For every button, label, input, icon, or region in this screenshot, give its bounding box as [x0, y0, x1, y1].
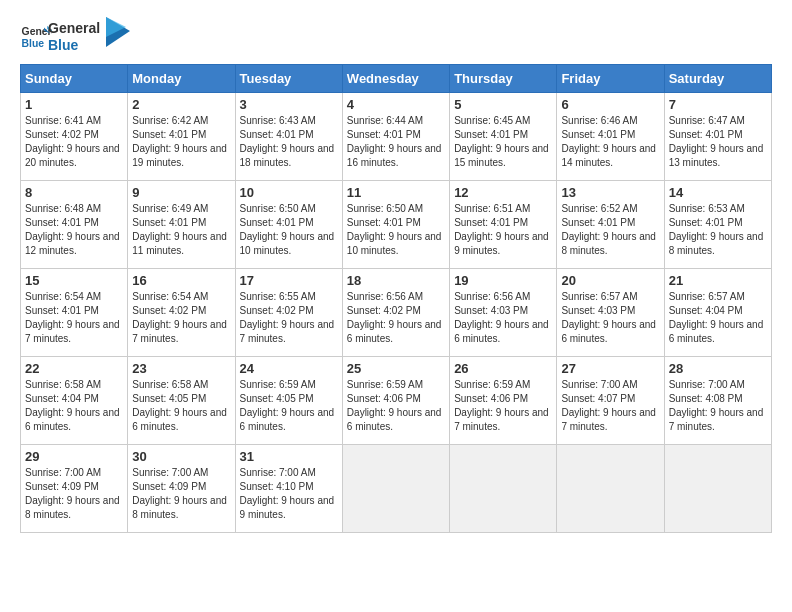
- calendar-cell: 29Sunrise: 7:00 AMSunset: 4:09 PMDayligh…: [21, 444, 128, 532]
- day-number: 23: [132, 361, 230, 376]
- day-info: Sunrise: 7:00 AMSunset: 4:09 PMDaylight:…: [25, 466, 123, 522]
- calendar-cell: 10Sunrise: 6:50 AMSunset: 4:01 PMDayligh…: [235, 180, 342, 268]
- weekday-header: Wednesday: [342, 64, 449, 92]
- day-number: 17: [240, 273, 338, 288]
- calendar-cell: [342, 444, 449, 532]
- day-number: 22: [25, 361, 123, 376]
- day-info: Sunrise: 6:53 AMSunset: 4:01 PMDaylight:…: [669, 202, 767, 258]
- day-info: Sunrise: 6:47 AMSunset: 4:01 PMDaylight:…: [669, 114, 767, 170]
- day-info: Sunrise: 6:43 AMSunset: 4:01 PMDaylight:…: [240, 114, 338, 170]
- calendar-cell: 11Sunrise: 6:50 AMSunset: 4:01 PMDayligh…: [342, 180, 449, 268]
- calendar-cell: 27Sunrise: 7:00 AMSunset: 4:07 PMDayligh…: [557, 356, 664, 444]
- day-info: Sunrise: 6:45 AMSunset: 4:01 PMDaylight:…: [454, 114, 552, 170]
- calendar-cell: 18Sunrise: 6:56 AMSunset: 4:02 PMDayligh…: [342, 268, 449, 356]
- day-info: Sunrise: 7:00 AMSunset: 4:09 PMDaylight:…: [132, 466, 230, 522]
- day-number: 14: [669, 185, 767, 200]
- calendar-cell: 17Sunrise: 6:55 AMSunset: 4:02 PMDayligh…: [235, 268, 342, 356]
- weekday-header: Sunday: [21, 64, 128, 92]
- day-info: Sunrise: 6:52 AMSunset: 4:01 PMDaylight:…: [561, 202, 659, 258]
- calendar-cell: 19Sunrise: 6:56 AMSunset: 4:03 PMDayligh…: [450, 268, 557, 356]
- calendar-cell: 8Sunrise: 6:48 AMSunset: 4:01 PMDaylight…: [21, 180, 128, 268]
- calendar-table: SundayMondayTuesdayWednesdayThursdayFrid…: [20, 64, 772, 533]
- weekday-header: Thursday: [450, 64, 557, 92]
- day-info: Sunrise: 6:59 AMSunset: 4:05 PMDaylight:…: [240, 378, 338, 434]
- day-number: 21: [669, 273, 767, 288]
- day-number: 16: [132, 273, 230, 288]
- day-info: Sunrise: 6:55 AMSunset: 4:02 PMDaylight:…: [240, 290, 338, 346]
- day-number: 15: [25, 273, 123, 288]
- day-number: 3: [240, 97, 338, 112]
- day-number: 12: [454, 185, 552, 200]
- logo-line2: Blue: [48, 37, 100, 54]
- day-number: 13: [561, 185, 659, 200]
- weekday-header: Saturday: [664, 64, 771, 92]
- day-info: Sunrise: 6:56 AMSunset: 4:03 PMDaylight:…: [454, 290, 552, 346]
- page-header: General Blue General Blue: [20, 20, 772, 54]
- day-info: Sunrise: 7:00 AMSunset: 4:08 PMDaylight:…: [669, 378, 767, 434]
- day-number: 1: [25, 97, 123, 112]
- day-number: 26: [454, 361, 552, 376]
- day-number: 10: [240, 185, 338, 200]
- calendar-cell: 30Sunrise: 7:00 AMSunset: 4:09 PMDayligh…: [128, 444, 235, 532]
- calendar-cell: 23Sunrise: 6:58 AMSunset: 4:05 PMDayligh…: [128, 356, 235, 444]
- logo: General Blue General Blue: [20, 20, 130, 54]
- day-number: 27: [561, 361, 659, 376]
- calendar-cell: 22Sunrise: 6:58 AMSunset: 4:04 PMDayligh…: [21, 356, 128, 444]
- calendar-cell: 4Sunrise: 6:44 AMSunset: 4:01 PMDaylight…: [342, 92, 449, 180]
- day-info: Sunrise: 6:49 AMSunset: 4:01 PMDaylight:…: [132, 202, 230, 258]
- day-number: 24: [240, 361, 338, 376]
- calendar-cell: 12Sunrise: 6:51 AMSunset: 4:01 PMDayligh…: [450, 180, 557, 268]
- day-number: 18: [347, 273, 445, 288]
- day-info: Sunrise: 6:57 AMSunset: 4:04 PMDaylight:…: [669, 290, 767, 346]
- calendar-cell: 3Sunrise: 6:43 AMSunset: 4:01 PMDaylight…: [235, 92, 342, 180]
- day-info: Sunrise: 6:44 AMSunset: 4:01 PMDaylight:…: [347, 114, 445, 170]
- calendar-cell: 15Sunrise: 6:54 AMSunset: 4:01 PMDayligh…: [21, 268, 128, 356]
- day-info: Sunrise: 6:41 AMSunset: 4:02 PMDaylight:…: [25, 114, 123, 170]
- day-info: Sunrise: 6:46 AMSunset: 4:01 PMDaylight:…: [561, 114, 659, 170]
- day-number: 5: [454, 97, 552, 112]
- calendar-cell: 25Sunrise: 6:59 AMSunset: 4:06 PMDayligh…: [342, 356, 449, 444]
- day-info: Sunrise: 6:54 AMSunset: 4:02 PMDaylight:…: [132, 290, 230, 346]
- day-info: Sunrise: 6:50 AMSunset: 4:01 PMDaylight:…: [240, 202, 338, 258]
- weekday-header: Monday: [128, 64, 235, 92]
- calendar-cell: 14Sunrise: 6:53 AMSunset: 4:01 PMDayligh…: [664, 180, 771, 268]
- weekday-header: Tuesday: [235, 64, 342, 92]
- day-number: 19: [454, 273, 552, 288]
- day-info: Sunrise: 6:57 AMSunset: 4:03 PMDaylight:…: [561, 290, 659, 346]
- calendar-cell: 31Sunrise: 7:00 AMSunset: 4:10 PMDayligh…: [235, 444, 342, 532]
- calendar-cell: 26Sunrise: 6:59 AMSunset: 4:06 PMDayligh…: [450, 356, 557, 444]
- day-info: Sunrise: 6:59 AMSunset: 4:06 PMDaylight:…: [454, 378, 552, 434]
- day-number: 6: [561, 97, 659, 112]
- day-info: Sunrise: 6:56 AMSunset: 4:02 PMDaylight:…: [347, 290, 445, 346]
- calendar-cell: [450, 444, 557, 532]
- day-number: 30: [132, 449, 230, 464]
- day-number: 20: [561, 273, 659, 288]
- day-number: 31: [240, 449, 338, 464]
- calendar-cell: 2Sunrise: 6:42 AMSunset: 4:01 PMDaylight…: [128, 92, 235, 180]
- day-info: Sunrise: 7:00 AMSunset: 4:10 PMDaylight:…: [240, 466, 338, 522]
- day-info: Sunrise: 6:42 AMSunset: 4:01 PMDaylight:…: [132, 114, 230, 170]
- calendar-cell: 9Sunrise: 6:49 AMSunset: 4:01 PMDaylight…: [128, 180, 235, 268]
- calendar-cell: 20Sunrise: 6:57 AMSunset: 4:03 PMDayligh…: [557, 268, 664, 356]
- day-number: 9: [132, 185, 230, 200]
- day-number: 2: [132, 97, 230, 112]
- calendar-cell: 7Sunrise: 6:47 AMSunset: 4:01 PMDaylight…: [664, 92, 771, 180]
- day-number: 8: [25, 185, 123, 200]
- day-number: 25: [347, 361, 445, 376]
- day-info: Sunrise: 6:50 AMSunset: 4:01 PMDaylight:…: [347, 202, 445, 258]
- day-number: 4: [347, 97, 445, 112]
- calendar-cell: 28Sunrise: 7:00 AMSunset: 4:08 PMDayligh…: [664, 356, 771, 444]
- calendar-cell: 21Sunrise: 6:57 AMSunset: 4:04 PMDayligh…: [664, 268, 771, 356]
- day-info: Sunrise: 6:48 AMSunset: 4:01 PMDaylight:…: [25, 202, 123, 258]
- calendar-cell: 6Sunrise: 6:46 AMSunset: 4:01 PMDaylight…: [557, 92, 664, 180]
- logo-line1: General: [48, 20, 100, 37]
- day-number: 28: [669, 361, 767, 376]
- day-info: Sunrise: 6:58 AMSunset: 4:04 PMDaylight:…: [25, 378, 123, 434]
- calendar-cell: 16Sunrise: 6:54 AMSunset: 4:02 PMDayligh…: [128, 268, 235, 356]
- day-number: 11: [347, 185, 445, 200]
- calendar-cell: 24Sunrise: 6:59 AMSunset: 4:05 PMDayligh…: [235, 356, 342, 444]
- calendar-cell: 1Sunrise: 6:41 AMSunset: 4:02 PMDaylight…: [21, 92, 128, 180]
- day-info: Sunrise: 7:00 AMSunset: 4:07 PMDaylight:…: [561, 378, 659, 434]
- day-number: 29: [25, 449, 123, 464]
- calendar-cell: 5Sunrise: 6:45 AMSunset: 4:01 PMDaylight…: [450, 92, 557, 180]
